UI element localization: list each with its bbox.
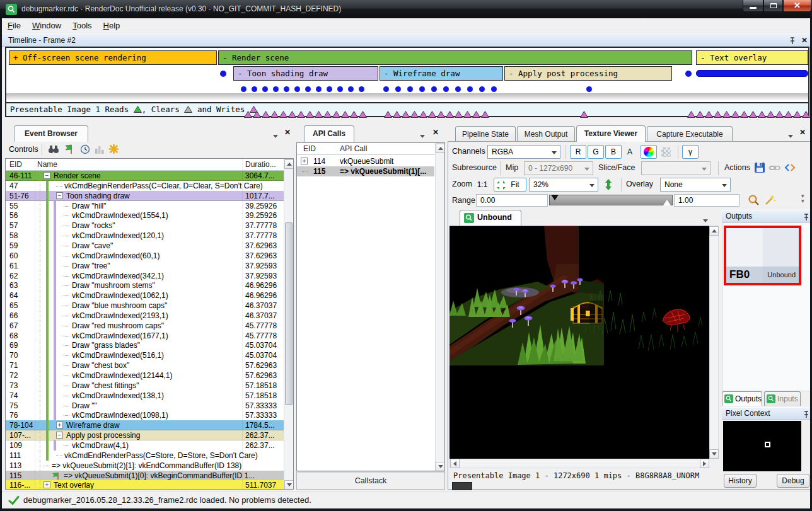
tab-event-browser[interactable]: Event Browser xyxy=(14,125,88,142)
collapse-icon[interactable]: − xyxy=(44,172,50,179)
timeline-event-dot[interactable] xyxy=(419,86,425,92)
channel-red-button[interactable]: R xyxy=(570,145,586,159)
scroll-up-icon[interactable] xyxy=(709,226,719,236)
scroll-up-icon[interactable] xyxy=(436,144,445,153)
timeline-event-dot[interactable] xyxy=(685,71,692,77)
callstack-section[interactable]: Callstack xyxy=(296,471,445,490)
event-browser-scrollbar[interactable] xyxy=(284,159,294,490)
tab-mesh-output[interactable]: Mesh Output xyxy=(517,126,575,142)
timeline-event-dot[interactable] xyxy=(241,86,246,92)
timeline-event-dot[interactable] xyxy=(252,86,257,92)
texture-preview-scene[interactable] xyxy=(450,226,709,459)
usage-strip-canvas[interactable]: Presentable Image 1 Reads , Clears and W… xyxy=(5,102,809,117)
channel-green-button[interactable]: G xyxy=(588,145,604,159)
tab-outputs[interactable]: Outputs xyxy=(722,391,762,406)
timeline-activity-bar[interactable] xyxy=(696,70,808,77)
tab-unbound-texture[interactable]: Unbound xyxy=(460,210,521,226)
timeline-event-dot[interactable] xyxy=(455,86,461,92)
overlay-select[interactable]: None xyxy=(660,178,731,192)
maximize-button[interactable] xyxy=(763,0,783,12)
mip-select[interactable]: 0 - 1272x690 xyxy=(524,161,593,175)
scroll-left-icon[interactable] xyxy=(450,459,460,468)
collapse-icon[interactable]: − xyxy=(56,432,63,439)
scroll-down-icon[interactable] xyxy=(284,480,294,490)
timeline-event-dot[interactable] xyxy=(294,86,300,92)
custom-action-icon[interactable] xyxy=(108,144,119,154)
expand-icon[interactable]: + xyxy=(56,422,63,428)
api-calls-menu-icon[interactable] xyxy=(420,129,425,141)
pin-icon[interactable] xyxy=(789,37,796,45)
timeline-event-dot[interactable] xyxy=(479,86,485,92)
api-calls-scrollbar[interactable] xyxy=(435,143,445,471)
viewport-vscrollbar[interactable] xyxy=(709,226,719,459)
gamma-button[interactable]: γ xyxy=(682,145,699,159)
timeline-close-icon[interactable]: ✕ xyxy=(801,36,808,45)
scroll-right-icon[interactable] xyxy=(700,459,709,468)
timeline-event-dot[interactable] xyxy=(359,86,364,92)
range-slider[interactable] xyxy=(549,195,673,205)
timeline-event-dot[interactable] xyxy=(305,86,311,92)
colorwheel-button[interactable] xyxy=(641,145,657,159)
viewport-hscrollbar[interactable] xyxy=(450,459,709,468)
timeline-event-dot[interactable] xyxy=(443,86,449,92)
open-code-icon[interactable] xyxy=(784,161,796,174)
col-api-call[interactable]: API Call xyxy=(340,144,367,153)
channels-select[interactable]: RGBA xyxy=(487,145,560,159)
toolbar-overflow-icon[interactable]: ▾▾ xyxy=(801,193,804,204)
tab-texture-viewer[interactable]: Texture Viewer xyxy=(576,125,646,142)
event-browser-menu-icon[interactable] xyxy=(273,129,278,141)
collapse-icon[interactable]: − xyxy=(56,192,63,199)
timeline-event-dot[interactable] xyxy=(284,86,289,92)
texture-viewport[interactable] xyxy=(450,226,709,459)
api-call-row[interactable]: +114vkQueueSubmit xyxy=(297,156,434,166)
col-eid[interactable]: EID xyxy=(9,160,22,169)
scroll-up-icon[interactable] xyxy=(284,159,294,169)
timeline-bar-render-scene[interactable]: - Render scene xyxy=(218,50,692,65)
minimize-button[interactable] xyxy=(743,0,763,12)
api-call-row[interactable]: 115=> vkQueueSubmit(1)[... xyxy=(297,166,434,176)
timeline-canvas[interactable]: + Off-screen scene rendering- Render sce… xyxy=(5,47,809,102)
menu-window[interactable]: Window xyxy=(26,18,67,30)
timeline-event-dot[interactable] xyxy=(491,86,497,92)
timeline-bar-off-screen-scene-rendering[interactable]: + Off-screen scene rendering xyxy=(9,50,217,65)
range-max-field[interactable]: 1.00 xyxy=(674,194,740,207)
tab-inputs[interactable]: Inputs xyxy=(764,391,801,406)
timeline-event-dot[interactable] xyxy=(395,86,401,92)
tab-pipeline-state[interactable]: Pipeline State xyxy=(455,126,516,142)
debug-button[interactable]: Debug xyxy=(777,474,809,488)
tab-capture-executable[interactable]: Capture Executable xyxy=(647,126,733,142)
timeline-event-dot[interactable] xyxy=(220,71,226,77)
timeline-event-dot[interactable] xyxy=(327,86,332,92)
range-black-handle[interactable] xyxy=(551,195,559,200)
menu-help[interactable]: Help xyxy=(98,18,126,30)
scroll-down-icon[interactable] xyxy=(436,462,445,471)
autofit-wand-icon[interactable] xyxy=(763,194,776,207)
timeline-bar-toon-shading-draw[interactable]: - Toon shading draw xyxy=(233,66,378,81)
timeline-event-dot[interactable] xyxy=(586,86,592,92)
close-button[interactable]: ✕ xyxy=(783,0,811,12)
texture-panel-menu-icon[interactable] xyxy=(788,129,793,141)
timeline-event-dot[interactable] xyxy=(383,86,389,92)
find-event-icon[interactable] xyxy=(48,144,59,154)
checkerboard-button[interactable] xyxy=(658,145,673,159)
menu-tools[interactable]: Tools xyxy=(67,18,97,30)
timeline-event-dot[interactable] xyxy=(407,86,413,92)
pixel-context-canvas[interactable] xyxy=(723,421,801,471)
save-icon[interactable] xyxy=(753,161,766,174)
col-eid[interactable]: EID xyxy=(303,144,316,153)
texture-panel-close-icon[interactable]: ✕ xyxy=(799,128,806,137)
zoom-range-icon[interactable] xyxy=(748,194,760,207)
timeline-event-dot[interactable] xyxy=(337,86,343,92)
col-duration[interactable]: Duratio... xyxy=(245,160,276,169)
zoom-fit-button[interactable]: Fit xyxy=(494,178,526,192)
timeline-bar-wireframe-draw[interactable]: - Wireframe draw xyxy=(380,66,503,81)
api-calls-close-icon[interactable]: ✕ xyxy=(432,128,439,137)
pin-icon[interactable] xyxy=(803,410,810,418)
timeline-event-dot[interactable] xyxy=(431,86,437,92)
zoom-1to1-button[interactable]: 1:1 xyxy=(473,178,491,192)
channel-blue-button[interactable]: B xyxy=(605,145,622,159)
expand-icon[interactable]: + xyxy=(301,158,308,164)
timeline-event-dot[interactable] xyxy=(316,86,322,92)
channel-alpha-button[interactable]: A xyxy=(623,145,637,159)
timeline-event-dot[interactable] xyxy=(262,86,268,92)
